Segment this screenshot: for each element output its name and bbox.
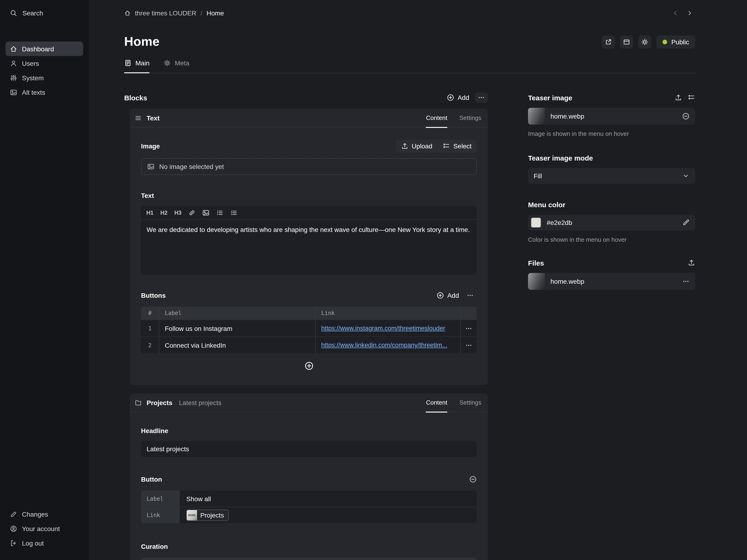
- sidebar-item-dashboard[interactable]: Dashboard: [6, 42, 83, 56]
- file-name[interactable]: home.webp: [550, 278, 584, 285]
- table-row[interactable]: 2 Connect via LinkedIn https://www.linke…: [141, 337, 477, 353]
- status-button[interactable]: Public: [656, 35, 695, 48]
- chevron-left-icon: [672, 10, 679, 16]
- row-link[interactable]: https://www.linkedin.com/company/threeti…: [321, 342, 447, 349]
- buttons-field-label: Buttons: [141, 292, 166, 299]
- row-label[interactable]: Follow us on Instagram: [159, 320, 315, 337]
- files-upload-button[interactable]: [688, 259, 695, 266]
- sidebar-item-users[interactable]: Users: [6, 56, 83, 71]
- row-link[interactable]: https://www.instagram.com/threetimesloud…: [321, 325, 445, 332]
- edit-icon: [10, 510, 17, 518]
- side-panel: Teaser image home.webp: [528, 92, 695, 560]
- block-title: Text: [147, 114, 160, 122]
- settings-button[interactable]: [638, 35, 651, 48]
- file-item[interactable]: home.webp: [528, 273, 695, 290]
- plus-circle-icon: [447, 94, 454, 101]
- col-index: #: [141, 306, 159, 320]
- menu-color-input[interactable]: #e2e2db: [528, 215, 695, 231]
- sidebar-item-log-out[interactable]: Log out: [6, 536, 83, 550]
- buttons-add-button[interactable]: Add: [437, 292, 459, 299]
- sidebar-nav: Dashboard Users System Alt texts: [0, 42, 89, 99]
- sidebar-item-changes[interactable]: Changes: [6, 507, 83, 521]
- next-button[interactable]: [684, 7, 695, 19]
- ordered-list-button[interactable]: [227, 206, 241, 219]
- minus-circle-icon: [682, 112, 690, 120]
- teaser-mode-select[interactable]: Fill: [528, 168, 695, 184]
- header-actions: Public: [602, 35, 695, 48]
- headline-input[interactable]: Latest projects: [141, 441, 477, 457]
- prev-button[interactable]: [670, 7, 681, 19]
- row-index: 1: [141, 320, 159, 337]
- pager: [670, 7, 695, 19]
- tab-settings[interactable]: Settings: [459, 108, 481, 127]
- page-chip[interactable]: DUDE Projects: [186, 510, 229, 521]
- search-button[interactable]: Search: [0, 0, 89, 26]
- page-tabs: Main Meta: [124, 59, 695, 73]
- remove-button[interactable]: [469, 476, 477, 483]
- content: Blocks Add: [124, 92, 695, 560]
- kv-value: DUDE Projects: [180, 507, 477, 523]
- image-field-label: Image: [141, 142, 160, 150]
- row-options-button[interactable]: [460, 337, 477, 353]
- block-title: Projects: [147, 399, 173, 406]
- breadcrumb-site[interactable]: three times LOUDER: [135, 9, 196, 17]
- link-button[interactable]: [185, 206, 199, 219]
- image-empty-state[interactable]: No image selected yet: [141, 158, 477, 175]
- sidebar-item-your-account[interactable]: Your account: [6, 521, 83, 536]
- teaser-image-item[interactable]: home.webp: [528, 108, 695, 125]
- select-button[interactable]: Select: [437, 139, 477, 153]
- row-options-button[interactable]: [460, 320, 477, 337]
- tab-settings[interactable]: Settings: [459, 393, 481, 412]
- status-dot: [663, 39, 667, 44]
- tab-meta[interactable]: Meta: [164, 59, 189, 73]
- blocks-add-button[interactable]: Add: [447, 94, 469, 101]
- checklist-icon: [443, 142, 450, 150]
- eyedropper-icon[interactable]: [682, 219, 690, 226]
- h3-button[interactable]: H3: [171, 206, 185, 219]
- insert-image-button[interactable]: [199, 206, 213, 219]
- sidebar-item-label: Alt texts: [22, 88, 45, 96]
- dots-icon: [465, 325, 472, 332]
- teaser-select-button[interactable]: [688, 94, 695, 101]
- preview-layout-button[interactable]: [620, 35, 633, 48]
- open-preview-button[interactable]: [602, 35, 615, 48]
- tab-main[interactable]: Main: [124, 59, 150, 73]
- h2-button[interactable]: H2: [157, 206, 171, 219]
- text-input[interactable]: We are dedicated to developing artists w…: [141, 220, 477, 275]
- buttons-options-button[interactable]: [464, 290, 477, 300]
- panel-viewport: Search Dashboard Users System Alt texts: [0, 0, 747, 560]
- kv-value[interactable]: Show all: [180, 490, 477, 507]
- color-value[interactable]: #e2e2db: [547, 219, 572, 226]
- upload-button[interactable]: Upload: [396, 139, 437, 153]
- sidebar-item-system[interactable]: System: [6, 71, 83, 85]
- blocks-options-button[interactable]: [475, 92, 488, 103]
- projects-block-body: Headline Latest projects Button: [130, 412, 488, 560]
- tab-content[interactable]: Content: [426, 108, 447, 127]
- teaser-upload-button[interactable]: [675, 94, 682, 101]
- kv-key: Label: [141, 490, 180, 507]
- h1-button[interactable]: H1: [143, 206, 157, 219]
- text-block-card: Text Content Settings Image: [130, 109, 488, 385]
- breadcrumb-page[interactable]: Home: [207, 9, 224, 17]
- sidebar-item-alt-texts[interactable]: Alt texts: [6, 85, 83, 99]
- projects-block-card: Projects Latest projects Content Setting…: [130, 393, 488, 560]
- row-label[interactable]: Connect via LinkedIn: [159, 337, 315, 353]
- remove-file-button[interactable]: [682, 112, 690, 120]
- col-label: Label: [159, 306, 315, 320]
- select-label: Select: [453, 142, 471, 150]
- breadcrumb: three times LOUDER / Home: [124, 9, 224, 17]
- table-row[interactable]: 1 Follow us on Instagram https://www.ins…: [141, 320, 477, 337]
- tab-content[interactable]: Content: [426, 393, 447, 412]
- drag-handle[interactable]: [134, 114, 142, 122]
- text-writer: H1 H2 H3: [141, 206, 477, 275]
- file-options-button[interactable]: [682, 278, 690, 285]
- sidebar-item-label: Log out: [22, 539, 44, 547]
- dots-icon: [466, 292, 474, 299]
- upload-label: Upload: [412, 142, 432, 150]
- file-thumbnail: [528, 273, 545, 290]
- plus-circle-icon: [304, 361, 313, 371]
- file-name[interactable]: home.webp: [550, 112, 584, 120]
- add-row-button[interactable]: [304, 361, 314, 371]
- gear-icon: [641, 38, 648, 46]
- bullet-list-button[interactable]: [213, 206, 227, 219]
